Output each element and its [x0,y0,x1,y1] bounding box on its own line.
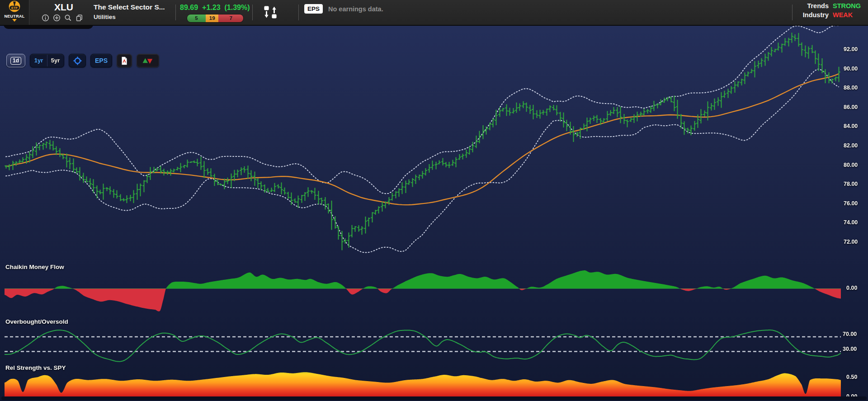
axis-label: 84.00 [844,123,858,129]
gauge-bearish-count: 7 [218,14,243,22]
axis-label: 80.00 [844,162,858,168]
price-change-pct: (1.39%) [225,4,250,11]
app-window: ETF NEUTRAL XLU [0,0,868,401]
axis-label: 30.00 [843,346,857,352]
cmf-panel-title: Chaikin Money Flow [5,264,64,270]
symbol-action-icons [42,14,83,22]
price-chart-canvas[interactable] [0,26,868,401]
signals-toggle-button[interactable] [137,54,159,67]
rating-dropdown-arrow-icon [12,19,17,22]
eps-overlay-button[interactable]: EPS [90,54,112,67]
export-pdf-button[interactable] [117,54,132,67]
price-change: +1.23 [202,4,220,11]
ticker-symbol: XLU [54,2,73,13]
copy-symbol-icon[interactable] [75,14,83,22]
divider [175,5,176,20]
axis-label: 72.00 [844,239,858,245]
chart-area: 1d 1yr 5yr EPS [0,26,868,401]
compare-icon [262,5,278,20]
eps-message: No earnings data. [328,5,383,13]
rs-panel-title: Rel Strength vs. SPY [5,364,66,371]
range-1d-label: 1d [10,57,21,65]
price-quote: 89.69+1.23(1.39%) [180,4,254,12]
obos-panel-title: Overbought/Oversold [5,318,68,325]
range-5yr-button[interactable]: 5yr [47,55,64,66]
range-1yr-button[interactable]: 1yr [31,55,47,66]
header: ETF NEUTRAL XLU [0,0,868,26]
divider [298,5,299,20]
search-icon[interactable] [64,14,72,22]
axis-label: 90.00 [844,66,858,72]
crosshair-button[interactable] [69,54,86,67]
axis-label: 0.50 [846,374,857,380]
axis-label: 86.00 [844,104,858,110]
axis-label: 92.00 [844,46,858,52]
divider [252,5,253,20]
last-price: 89.69 [180,4,198,11]
pdf-icon [121,57,128,65]
range-1d-button[interactable]: 1d [6,54,25,67]
bottom-scrollbar[interactable] [1,396,867,400]
compare-button[interactable] [262,5,278,21]
divider [792,5,793,20]
trends-label: Trends [803,2,829,9]
security-industry: Utilities [94,14,116,20]
up-down-signals-icon [141,57,155,65]
trend-summary: Trends STRONG Industry WEAK [803,2,861,19]
info-icon[interactable] [42,14,49,22]
rating-caption: NEUTRAL [0,14,29,19]
axis-label: 76.00 [844,200,858,207]
range-group: 1yr 5yr [30,54,64,67]
industry-value: WEAK [833,11,861,19]
axis-label: 70.00 [843,331,857,337]
add-icon[interactable] [53,14,61,22]
gauge-bullish-count: 5 [187,14,206,22]
rating-badge-text: ETF [11,6,18,10]
crosshair-icon [73,57,82,65]
axis-label: 78.00 [844,181,858,187]
analyst-rating-gauge[interactable]: 5 19 7 [187,14,244,23]
power-gauge-rating[interactable]: ETF NEUTRAL [0,0,29,25]
power-gauge-icon: ETF [7,0,22,14]
axis-label: 0.00 [846,285,857,291]
security-name[interactable]: The Select Sector S... [94,3,165,11]
eps-badge: EPS [304,4,323,14]
axis-label: 82.00 [844,142,858,149]
chart-toolbar: 1d 1yr 5yr EPS [6,54,159,67]
axis-label: 88.00 [844,85,858,91]
trends-value: STRONG [833,2,861,9]
gauge-neutral-count: 19 [206,14,219,22]
axis-label: 74.00 [844,219,858,226]
industry-label: Industry [803,11,829,19]
